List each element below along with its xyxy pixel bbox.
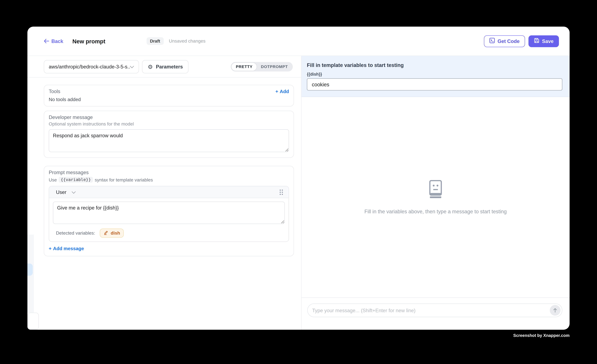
chat-input-bar bbox=[301, 297, 570, 330]
cropped-sidebar-highlight bbox=[27, 264, 33, 276]
chat-input-container bbox=[307, 303, 562, 317]
message-block: User Give me a recipe for bbox=[49, 186, 289, 242]
tools-title: Tools bbox=[49, 89, 60, 94]
plus-icon: + bbox=[49, 246, 52, 251]
tab-dotprompt[interactable]: DOTPROMPT bbox=[257, 63, 292, 71]
send-button[interactable] bbox=[550, 305, 560, 316]
view-mode-toggle: PRETTY DOTPROMPT bbox=[231, 62, 293, 71]
back-label: Back bbox=[51, 38, 63, 44]
prompt-messages-title: Prompt messages bbox=[49, 170, 289, 175]
role-value: User bbox=[56, 189, 66, 195]
status-badge: Draft bbox=[147, 37, 164, 45]
variable-chip-dish[interactable]: dish bbox=[100, 228, 124, 238]
add-tool-button[interactable]: + Add bbox=[275, 89, 289, 94]
syntax-hint: Use {{variable}} syntax for template var… bbox=[49, 177, 289, 182]
parameters-label: Parameters bbox=[156, 64, 183, 69]
header-actions: Get Code Save bbox=[484, 35, 559, 47]
robot-face-icon bbox=[428, 180, 443, 200]
parameters-button[interactable]: ⚙ Parameters bbox=[142, 60, 189, 73]
add-tool-label: Add bbox=[280, 89, 289, 94]
drag-handle-icon[interactable] bbox=[279, 189, 283, 195]
message-body: Give me a recipe for {{dish}} Detected v… bbox=[49, 198, 289, 242]
watermark-text: Screenshot by Xnapper.com bbox=[484, 333, 570, 338]
stage: Back New prompt Draft Unsaved changes Ge… bbox=[0, 0, 597, 364]
app-window: Back New prompt Draft Unsaved changes Ge… bbox=[27, 27, 570, 330]
page-title: New prompt bbox=[72, 38, 105, 44]
editor-scroll-area: Tools + Add No tools added Developer mes… bbox=[27, 77, 301, 330]
back-button[interactable]: Back bbox=[44, 38, 63, 44]
template-variables-title: Fill in template variables to start test… bbox=[307, 62, 562, 68]
syntax-prefix: Use bbox=[49, 177, 57, 182]
developer-message-card: Developer message Optional system instru… bbox=[44, 111, 294, 158]
tools-card: Tools + Add No tools added bbox=[44, 85, 294, 106]
variable-syntax-chip: {{variable}} bbox=[59, 177, 93, 182]
unsaved-changes-text: Unsaved changes bbox=[169, 38, 205, 44]
detected-variables-label: Detected variables: bbox=[56, 230, 95, 236]
template-variables-header: Fill in template variables to start test… bbox=[301, 56, 570, 97]
model-selector-value: aws/anthropic/bedrock-claude-3-5-s... bbox=[49, 64, 130, 69]
main: aws/anthropic/bedrock-claude-3-5-s... ⚙ … bbox=[27, 56, 570, 330]
get-code-button[interactable]: Get Code bbox=[484, 35, 525, 47]
developer-message-textarea[interactable]: Respond as jack sparrow would bbox=[49, 129, 289, 152]
add-message-label: Add message bbox=[53, 246, 84, 251]
chat-empty-state: Fill in the variables above, then type a… bbox=[301, 97, 570, 297]
variable-value-input[interactable] bbox=[307, 78, 562, 91]
edit-pencil-icon bbox=[103, 230, 108, 236]
plus-icon: + bbox=[275, 89, 278, 94]
model-selector[interactable]: aws/anthropic/bedrock-claude-3-5-s... bbox=[44, 60, 139, 73]
tools-empty-text: No tools added bbox=[49, 97, 289, 102]
detected-variables-row: Detected variables: dish bbox=[53, 228, 285, 238]
variable-key-label: {{dish}} bbox=[307, 72, 562, 76]
add-message-button[interactable]: + Add message bbox=[49, 246, 289, 251]
developer-message-title: Developer message bbox=[49, 114, 289, 120]
chevron-down-icon bbox=[130, 64, 134, 69]
prompt-editor-panel: aws/anthropic/bedrock-claude-3-5-s... ⚙ … bbox=[27, 56, 301, 330]
back-arrow-icon bbox=[44, 39, 49, 43]
chat-message-input[interactable] bbox=[308, 308, 550, 313]
cropped-corner-box bbox=[27, 313, 39, 330]
save-label: Save bbox=[542, 38, 554, 44]
save-button[interactable]: Save bbox=[528, 35, 559, 47]
message-textarea[interactable]: Give me a recipe for {{dish}} bbox=[53, 202, 285, 224]
prompt-messages-card: Prompt messages Use {{variable}} syntax … bbox=[44, 166, 294, 256]
editor-toolbar: aws/anthropic/bedrock-claude-3-5-s... ⚙ … bbox=[27, 56, 301, 77]
save-icon bbox=[534, 38, 539, 45]
role-selector[interactable]: User bbox=[56, 189, 76, 195]
header: Back New prompt Draft Unsaved changes Ge… bbox=[27, 27, 570, 56]
gear-icon: ⚙ bbox=[148, 64, 153, 69]
empty-state-text: Fill in the variables above, then type a… bbox=[364, 209, 507, 214]
get-code-label: Get Code bbox=[498, 38, 519, 44]
message-header: User bbox=[49, 186, 289, 198]
variable-chip-label: dish bbox=[111, 230, 120, 236]
tab-pretty[interactable]: PRETTY bbox=[232, 63, 257, 71]
terminal-icon bbox=[489, 38, 495, 45]
developer-message-subtitle: Optional system instructions for the mod… bbox=[49, 121, 289, 127]
syntax-suffix: syntax for template variables bbox=[95, 177, 153, 182]
chevron-down-icon bbox=[72, 189, 76, 195]
test-panel: Fill in template variables to start test… bbox=[301, 56, 570, 330]
